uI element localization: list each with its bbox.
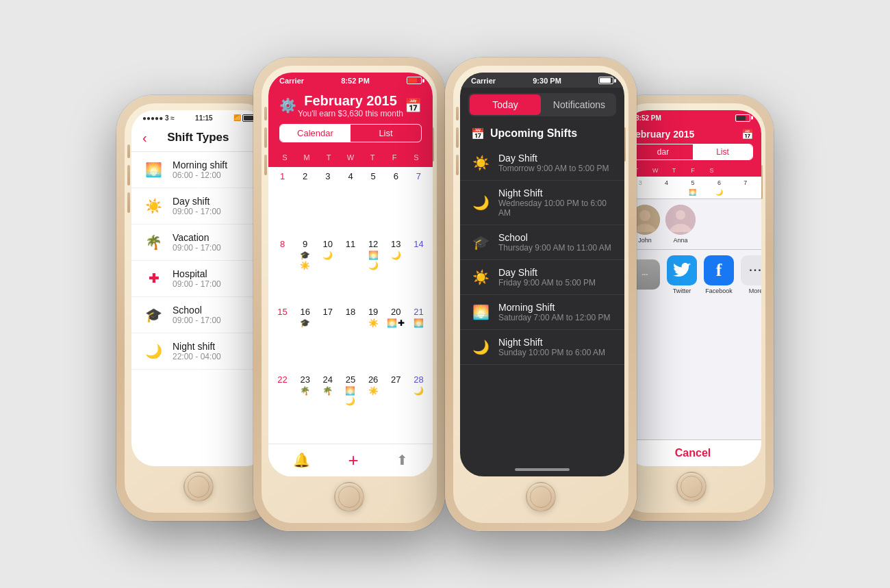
share-app-more[interactable]: ··· More [741,255,761,294]
day-label-f: F [383,153,405,162]
list-item[interactable]: 🌙 Night shift 22:00 - 04:00 [131,333,268,370]
cal-cell[interactable]: 24🌴 [316,373,339,441]
cal-cell[interactable]: 8 [271,238,294,305]
cal-cell[interactable]: 1 [271,170,294,238]
shift-row-3[interactable]: 🎓 School Thursday 9:00 AM to 11:00 AM [460,225,624,260]
cal-cell[interactable]: 23🌴 [294,373,316,441]
shift-time: 09:00 - 17:00 [173,207,221,216]
home-button-2[interactable] [334,482,364,512]
notification-icon[interactable]: 🔔 [293,452,310,468]
shift-info: Vacation 09:00 - 17:00 [173,232,221,253]
cancel-button-4[interactable]: Cancel [624,439,761,466]
shift-row-5[interactable]: 🌅 Morning Shift Saturday 7:00 AM to 12:0… [460,295,624,330]
calendar-icon-3: 📅 [471,127,485,140]
shift-time: 09:00 - 17:00 [173,316,221,325]
share-app-facebook[interactable]: f Facebook [704,255,734,294]
cal-cell[interactable]: 26☀️ [362,373,385,441]
tab-list[interactable]: List [351,125,421,142]
cal-cell[interactable]: 28🌙 [407,373,430,441]
shift-row-sub: Saturday 7:00 AM to 12:00 PM [498,313,613,322]
shift-row-sub: Sunday 10:00 PM to 6:00 AM [498,348,613,357]
home-button-4[interactable] [676,472,707,502]
cal-cell[interactable]: 10🌙 [316,238,339,305]
screen4-month: ebruary 2015 [635,129,694,140]
cal-footer: 🔔 + ⬆ [268,444,433,476]
cal-cell[interactable]: 6 [385,170,407,238]
morning-shift-icon-3: 🌅 [471,304,490,320]
contact-anna[interactable]: Anna [665,205,696,244]
cal-cell[interactable]: 5 [362,170,385,238]
cal-cell[interactable]: 7 [407,170,430,238]
list-item[interactable]: 🎓 School 09:00 - 17:00 [131,297,268,333]
tab-cal-4[interactable]: dar [633,144,693,159]
list-item[interactable]: ✚ Hospital 09:00 - 17:00 [131,261,268,297]
shift-name: Day shift [173,196,221,207]
shift-name: Night shift [173,341,221,352]
shift-row-name: Day Shift [498,153,613,164]
cal-month: February 2015 [298,93,403,109]
cal-grid: 123456789🎓☀️10🌙1112🌅🌙13🌙141516🎓171819☀️2… [268,167,433,444]
app-name-facebook: Facebook [705,287,733,294]
upcoming-title: Upcoming Shifts [490,127,577,140]
cal-tabs: Calendar List [279,124,422,142]
cal-cell[interactable]: 9🎓☀️ [294,238,316,305]
share-app-twitter[interactable]: Twitter [667,255,697,294]
back-button[interactable]: ‹ [142,130,147,146]
cal-cell[interactable]: 11 [339,238,361,305]
shift-row-6[interactable]: 🌙 Night Shift Sunday 10:00 PM to 6:00 AM [460,330,624,365]
shift-info: Day shift 09:00 - 17:00 [173,196,221,216]
day-shift-icon: ☀️ [142,195,164,217]
list-item[interactable]: ☀️ Day shift 09:00 - 17:00 [131,188,268,225]
school-icon: 🎓 [142,304,164,326]
list-item[interactable]: 🌴 Vacation 09:00 - 17:00 [131,225,268,261]
tab-list-4[interactable]: List [693,144,752,159]
shift-row-name: School [498,232,613,243]
cal-cell[interactable]: 3 [316,170,339,238]
cal-cell[interactable]: 18 [339,305,361,373]
tab-calendar[interactable]: Calendar [280,125,351,142]
settings-icon[interactable]: ⚙️ [279,97,296,114]
cal-cell[interactable]: 17 [316,305,339,373]
cal-cell[interactable]: 4 [339,170,361,238]
cal-header: ⚙️ February 2015 You'll earn $3,630 this… [268,88,433,151]
shift-row-2[interactable]: 🌙 Night Shift Wednesday 10:00 PM to 6:00… [460,181,624,225]
contacts-row: John [624,199,761,249]
cal-cell[interactable]: 27 [385,373,407,441]
home-button-1[interactable] [183,472,214,502]
cal-cell[interactable]: 12🌅🌙 [362,238,385,305]
day-shift-icon-2: ☀️ [471,269,490,285]
list-item[interactable]: 🌅 Morning shift 06:00 - 12:00 [131,152,268,188]
day-label-t2: T [361,153,383,162]
share-cal-icon[interactable]: 📅 [741,129,753,140]
phone2-frame: Carrier 8:52 PM ⚙️ [253,57,445,531]
cal-cell[interactable]: 20🌅✚ [385,305,407,373]
share-icon[interactable]: ⬆ [396,452,408,468]
shift-row-info: School Thursday 9:00 AM to 11:00 AM [498,232,613,253]
cal-cell[interactable]: 25🌅🌙 [339,373,361,441]
day-shift-icon-1: ☀️ [471,155,490,171]
tab-notifications[interactable]: Notifications [544,94,615,115]
time-1: 11:15 [195,114,213,122]
carrier-1: ●●●●● 3 ≈ [142,114,175,122]
add-icon[interactable]: + [348,450,358,471]
cal-cell[interactable]: 22 [271,373,294,441]
cal-cell[interactable]: 19☀️ [362,305,385,373]
cal-cell[interactable]: 16🎓 [294,305,316,373]
shift-row-4[interactable]: ☀️ Day Shift Friday 9:00 AM to 5:00 PM [460,260,624,295]
tab-today[interactable]: Today [470,94,541,115]
share-apps-row: ··· Twitt [624,249,761,300]
shift-row-1[interactable]: ☀️ Day Shift Tomorrow 9:00 AM to 5:00 PM [460,146,624,181]
cal-cell[interactable]: 14 [407,238,430,305]
shift-info: Morning shift 06:00 - 12:00 [173,159,227,180]
screen2-calendar: Carrier 8:52 PM ⚙️ [268,73,433,476]
shift-row-info: Morning Shift Saturday 7:00 AM to 12:00 … [498,302,613,322]
calendar-icon[interactable]: 📅 [405,97,422,114]
cal-cell[interactable]: 21🌅 [407,305,430,373]
contact-name-john: John [638,237,652,244]
shift-row-name: Morning Shift [498,302,613,313]
cal-cell[interactable]: 2 [294,170,316,238]
home-button-3[interactable] [526,482,556,512]
cal-cell[interactable]: 15 [271,305,294,373]
cal-cell[interactable]: 13🌙 [385,238,407,305]
cal-subtitle: You'll earn $3,630 this month [298,109,403,118]
